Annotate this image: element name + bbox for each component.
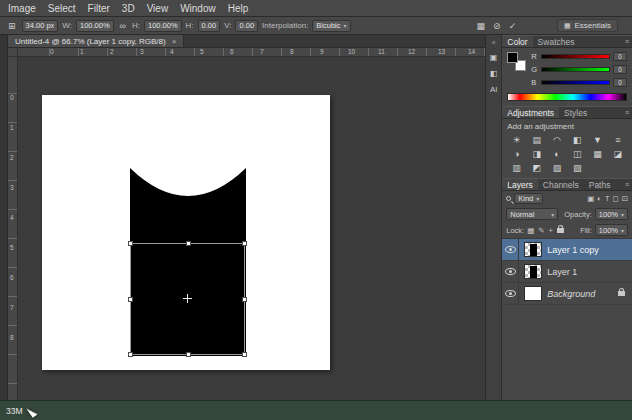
panel-menu-icon[interactable]: ≡	[622, 107, 632, 118]
menu-help[interactable]: Help	[228, 3, 249, 14]
transform-handle[interactable]	[128, 241, 133, 246]
posterize-icon[interactable]: ▥	[507, 161, 525, 174]
transform-width-field[interactable]: 100.00%	[76, 20, 114, 32]
workspace-switcher[interactable]: ▦ Essentials	[557, 19, 618, 32]
opacity-dropdown[interactable]: 100% ▾	[595, 208, 628, 220]
black-white-icon[interactable]: ◨	[528, 147, 546, 160]
layer-name[interactable]: Background	[547, 289, 595, 299]
shape-filter-icon[interactable]: ◻	[612, 194, 618, 203]
tab-styles[interactable]: Styles	[559, 107, 592, 118]
layer-thumbnail[interactable]	[524, 242, 542, 257]
tab-swatches[interactable]: Swatches	[533, 36, 580, 47]
layer-row-background[interactable]: Background	[502, 283, 632, 305]
smart-object-filter-icon[interactable]: ⊡	[622, 194, 628, 203]
kind-filter-dropdown[interactable]: Kind ▾	[514, 193, 543, 204]
green-value-field[interactable]: 0	[613, 65, 627, 74]
tab-color[interactable]: Color	[502, 36, 532, 47]
transform-handle[interactable]	[242, 297, 247, 302]
transform-handle[interactable]	[186, 352, 191, 357]
levels-icon[interactable]: ▤	[528, 133, 546, 146]
layer-name[interactable]: Layer 1 copy	[547, 245, 599, 255]
tab-paths[interactable]: Paths	[584, 179, 616, 190]
transform-height-field[interactable]: 100.00%	[144, 20, 182, 32]
width-label: W:	[62, 21, 72, 30]
red-slider[interactable]	[541, 54, 610, 59]
lock-position-icon[interactable]: +	[549, 226, 553, 235]
interpolation-dropdown[interactable]: Bicubic ▾	[312, 20, 350, 32]
channel-mixer-icon[interactable]: ◫	[568, 147, 586, 160]
color-spectrum-ramp[interactable]	[507, 93, 627, 101]
green-slider[interactable]	[541, 67, 610, 72]
collapsed-panel-icon-2[interactable]: ◧	[490, 69, 498, 78]
transform-handle[interactable]	[242, 241, 247, 246]
brightness-contrast-icon[interactable]: ☀	[507, 133, 525, 146]
collapsed-panel-label[interactable]: Al	[490, 85, 497, 94]
visibility-toggle[interactable]	[502, 239, 519, 260]
selective-color-icon[interactable]: ▧	[548, 161, 566, 174]
lock-image-pixels-icon[interactable]: ✎	[538, 226, 544, 235]
hue-saturation-icon[interactable]: ≡	[609, 133, 627, 146]
curves-icon[interactable]: ◠	[548, 133, 566, 146]
visibility-toggle[interactable]	[502, 261, 519, 282]
menu-filter[interactable]: Filter	[88, 3, 110, 14]
lock-transparent-pixels-icon[interactable]: ▦	[527, 226, 534, 235]
image-filter-icon[interactable]: ▣	[587, 194, 594, 203]
transform-handle[interactable]	[128, 352, 133, 357]
menu-3d[interactable]: 3D	[122, 3, 135, 14]
transform-center-point[interactable]	[183, 294, 192, 303]
commit-transform-icon[interactable]: ✓	[507, 21, 519, 31]
foreground-background-swatches[interactable]	[507, 52, 526, 71]
invert-icon[interactable]: ◪	[609, 147, 627, 160]
free-transform-box[interactable]	[130, 243, 245, 355]
menu-view[interactable]: View	[147, 3, 169, 14]
panel-menu-icon[interactable]: ≡	[622, 36, 632, 47]
transform-handle[interactable]	[128, 297, 133, 302]
transform-handle[interactable]	[242, 352, 247, 357]
horizontal-ruler[interactable]: 0 1 2 3 4 5 6 7 8 9 10 11 12 13 14	[18, 48, 485, 57]
lock-row: Lock: ▦ ✎ + Fill: 100% ▾	[502, 222, 632, 238]
layer-name[interactable]: Layer 1	[547, 267, 577, 277]
type-filter-icon[interactable]: T	[605, 194, 610, 203]
adjustment-filter-icon[interactable]: ◐	[597, 194, 602, 203]
collapse-panels-icon[interactable]: «	[492, 39, 496, 46]
layer-row-layer-1[interactable]: Layer 1	[502, 261, 632, 283]
vertical-ruler[interactable]: 0 1 2 3 4 5 6 7 8	[8, 57, 18, 400]
layer-thumbnail[interactable]	[524, 286, 542, 301]
tab-layers[interactable]: Layers	[502, 179, 538, 190]
red-value-field[interactable]: 0	[613, 52, 627, 61]
layer-row-layer-1-copy[interactable]: Layer 1 copy	[502, 239, 632, 261]
tab-channels[interactable]: Channels	[538, 179, 584, 190]
fill-dropdown[interactable]: 100% ▾	[595, 224, 628, 236]
photo-filter-icon[interactable]: ◐	[548, 147, 566, 160]
menu-window[interactable]: Window	[180, 3, 216, 14]
foreground-color-swatch[interactable]	[507, 52, 518, 63]
menu-select[interactable]: Select	[48, 3, 76, 14]
gradient-map-icon[interactable]: ▨	[568, 161, 586, 174]
document-tab[interactable]: Untitled-4 @ 66.7% (Layer 1 copy, RGB/8)…	[8, 35, 184, 47]
link-dimensions-icon[interactable]: ∞	[118, 21, 128, 31]
color-lookup-icon[interactable]: ▦	[588, 147, 606, 160]
vibrance-icon[interactable]: ▼	[588, 133, 606, 146]
color-balance-icon[interactable]: ◑	[507, 147, 525, 160]
close-icon[interactable]: ×	[172, 37, 177, 46]
threshold-icon[interactable]: ◩	[528, 161, 546, 174]
menu-image[interactable]: Image	[8, 3, 36, 14]
lock-all-icon[interactable]	[557, 228, 564, 233]
skew-v-field[interactable]: 0.00	[235, 20, 258, 32]
layer-thumbnail[interactable]	[524, 264, 542, 279]
blend-mode-dropdown[interactable]: Normal ▾	[506, 208, 558, 220]
reference-point-icon[interactable]: ⊞	[6, 21, 18, 31]
exposure-icon[interactable]: ◧	[568, 133, 586, 146]
warp-mode-icon[interactable]: ▦	[475, 21, 488, 31]
cancel-transform-icon[interactable]: ⊘	[491, 21, 503, 31]
blue-value-field[interactable]: 0	[613, 78, 627, 87]
visibility-toggle[interactable]	[502, 283, 519, 304]
transform-handle[interactable]	[186, 241, 191, 246]
transform-x-field[interactable]: 34.00 px	[22, 20, 59, 32]
panel-menu-icon[interactable]: ≡	[622, 179, 632, 190]
collapsed-panel-icon-1[interactable]: ▣	[490, 53, 498, 62]
tab-adjustments[interactable]: Adjustments	[502, 107, 559, 118]
blue-slider[interactable]	[541, 80, 610, 85]
canvas[interactable]	[42, 95, 330, 370]
skew-h-field[interactable]: 0.00	[198, 20, 221, 32]
